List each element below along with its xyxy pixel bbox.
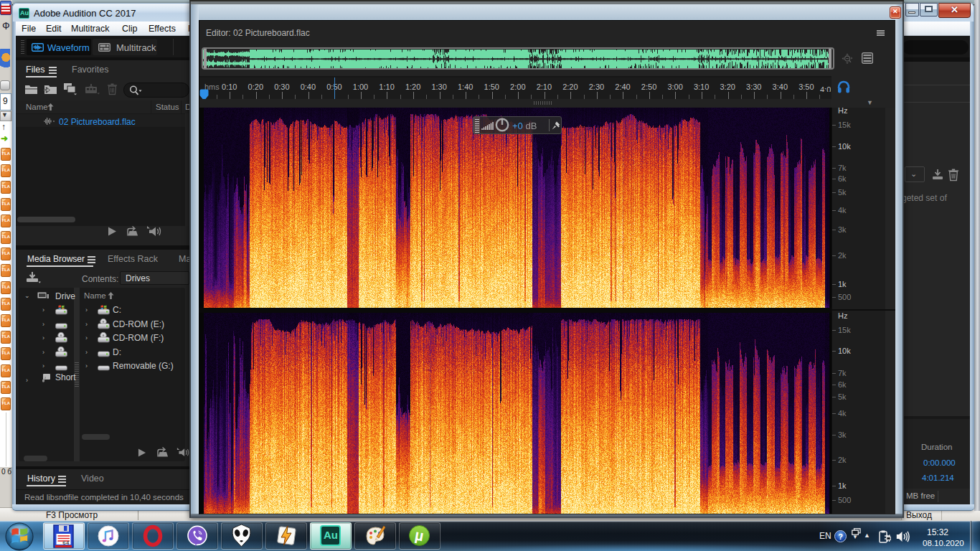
svg-text:?: ? <box>838 532 843 541</box>
svg-text:64: 64 <box>62 540 70 546</box>
